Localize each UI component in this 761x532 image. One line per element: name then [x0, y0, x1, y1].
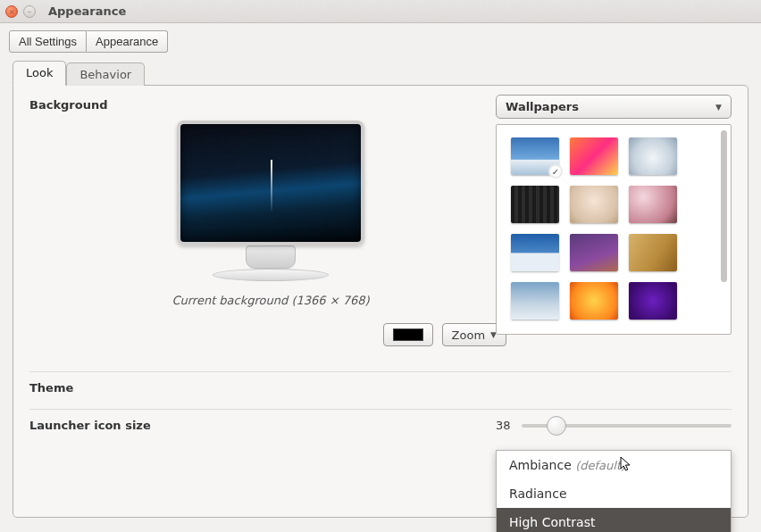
background-preview: Current background (1366 × 768) [29, 121, 512, 307]
wallpaper-thumb[interactable] [570, 234, 618, 271]
background-color-button[interactable] [383, 323, 433, 346]
wallpaper-thumb[interactable] [511, 234, 559, 271]
background-mode-label: Zoom [452, 328, 485, 342]
wallpaper-thumb[interactable] [629, 186, 677, 223]
wallpaper-thumb[interactable] [570, 186, 618, 223]
wallpaper-thumb[interactable] [570, 282, 618, 320]
chevron-down-icon: ▼ [715, 103, 722, 112]
window-minimize-button[interactable]: – [23, 5, 36, 18]
wallpaper-thumb[interactable] [629, 137, 677, 175]
window-title: Appearance [48, 4, 126, 18]
wallpaper-grid: ✓ [496, 124, 732, 335]
slider-knob[interactable] [547, 416, 566, 436]
tabs: Look Behavior [13, 61, 748, 86]
tab-behavior[interactable]: Behavior [66, 62, 145, 86]
wallpaper-thumb[interactable]: ✓ [511, 137, 559, 175]
theme-dropdown-menu: Ambiance (default) Radiance High Contras… [496, 450, 732, 532]
wallpaper-thumb[interactable] [511, 282, 559, 320]
breadcrumb-toolbar: All Settings Appearance [0, 23, 761, 60]
launcher-icon-size-control: 38 [496, 419, 732, 432]
wallpaper-thumb[interactable] [629, 234, 677, 271]
look-panel: Background Current background (1366 × 76… [13, 85, 748, 518]
background-caption: Current background (1366 × 768) [29, 294, 512, 307]
theme-option-radiance[interactable]: Radiance [497, 479, 731, 508]
scrollbar[interactable] [721, 130, 727, 328]
cursor-icon [620, 456, 632, 475]
monitor-preview-screen [177, 121, 364, 245]
launcher-icon-size-slider[interactable] [522, 424, 732, 428]
wallpaper-thumb[interactable] [570, 137, 618, 175]
titlebar: × – Appearance [0, 0, 761, 23]
all-settings-button[interactable]: All Settings [9, 30, 87, 53]
tab-look[interactable]: Look [13, 61, 66, 86]
window-close-button[interactable]: × [5, 5, 18, 18]
launcher-icon-size-label: Launcher icon size [29, 419, 151, 432]
theme-label: Theme [29, 381, 73, 395]
color-swatch-black [393, 328, 423, 341]
selected-check-icon: ✓ [548, 164, 563, 179]
background-label: Background [29, 98, 512, 112]
wallpaper-source-label: Wallpapers [506, 100, 579, 113]
wallpaper-thumb[interactable] [511, 186, 559, 223]
launcher-icon-size-value: 38 [496, 419, 511, 432]
wallpaper-source-dropdown[interactable]: Wallpapers ▼ [496, 95, 732, 119]
wallpaper-thumb[interactable] [629, 282, 677, 320]
theme-option-ambiance[interactable]: Ambiance (default) [497, 451, 731, 479]
appearance-crumb-button[interactable]: Appearance [87, 30, 168, 53]
scrollbar-thumb[interactable] [721, 130, 727, 282]
theme-option-high-contrast[interactable]: High Contrast [497, 508, 731, 532]
